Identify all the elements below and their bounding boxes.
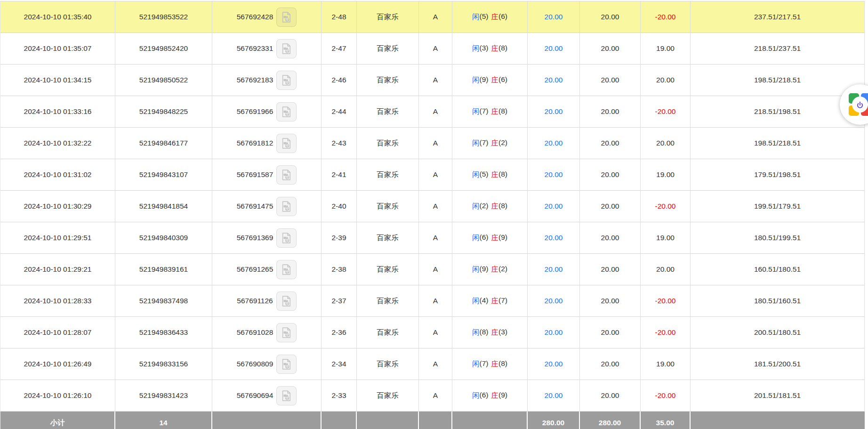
- table-row[interactable]: 2024-10-10 01:28:07 521949836433 5676910…: [0, 317, 865, 348]
- table-label-cell: A: [419, 191, 452, 222]
- bet-amount-cell[interactable]: 20.00: [528, 1, 580, 33]
- bet-amount-cell[interactable]: 20.00: [528, 348, 580, 380]
- table-row[interactable]: 2024-10-10 01:33:16 521949848225 5676919…: [0, 96, 865, 128]
- banker-label: 庄: [491, 391, 499, 401]
- table-row[interactable]: 2024-10-10 01:29:51 521949840309 5676913…: [0, 222, 865, 254]
- round-value: 2-33: [331, 391, 346, 400]
- table-row[interactable]: 2024-10-10 01:26:49 521949833156 5676908…: [0, 348, 865, 380]
- serial-cell: 521949840309: [115, 222, 212, 254]
- valid-amount-cell: 20.00: [580, 285, 641, 317]
- banker-label: 庄: [491, 359, 499, 369]
- table-row[interactable]: 2024-10-10 01:34:15 521949850522 5676921…: [0, 65, 865, 96]
- video-replay-button[interactable]: [276, 323, 297, 342]
- balance-value: 180.51/160.51: [754, 297, 801, 305]
- video-replay-button[interactable]: [276, 355, 297, 374]
- game-value: 百家乐: [377, 233, 399, 243]
- table-row[interactable]: 2024-10-10 01:35:07 521949852420 5676923…: [0, 33, 865, 65]
- video-replay-button[interactable]: [276, 165, 297, 185]
- bet-amount-cell[interactable]: 20.00: [528, 380, 580, 412]
- round-value: 2-38: [331, 265, 346, 274]
- bet-amount-cell[interactable]: 20.00: [528, 254, 580, 285]
- video-file-icon: [280, 169, 293, 181]
- player-score: (7): [480, 107, 489, 117]
- bet-amount-cell[interactable]: 20.00: [528, 33, 580, 65]
- balance-cell: 200.51/180.51: [691, 317, 865, 348]
- result-text: 闲(9)庄(6): [472, 75, 507, 85]
- round-cell: 2-38: [321, 254, 357, 285]
- table-row[interactable]: 2024-10-10 01:28:33 521949837498 5676911…: [0, 285, 865, 317]
- round-value: 2-48: [331, 13, 346, 21]
- video-replay-button[interactable]: [276, 291, 297, 311]
- valid-amount-cell: 20.00: [580, 65, 641, 96]
- video-replay-button[interactable]: [276, 386, 297, 405]
- table-row[interactable]: 2024-10-10 01:29:21 521949839161 5676912…: [0, 254, 865, 285]
- result-cell: 闲(9)庄(6): [452, 65, 528, 96]
- winloss-value: 19.00: [656, 234, 675, 242]
- bet-amount-cell[interactable]: 20.00: [528, 317, 580, 348]
- time-value: 2024-10-10 01:32:22: [24, 139, 92, 147]
- table-row[interactable]: 2024-10-10 01:35:40 521949853522 5676924…: [0, 1, 865, 33]
- bet-amount-cell[interactable]: 20.00: [528, 96, 580, 128]
- bet-amount-cell[interactable]: 20.00: [528, 285, 580, 317]
- video-replay-button[interactable]: [276, 102, 297, 121]
- round-cell: 2-44: [321, 96, 357, 128]
- valid-amount-value: 20.00: [601, 202, 619, 210]
- player-score: (2): [480, 202, 489, 211]
- winloss-value: 19.00: [656, 170, 675, 179]
- round-value: 2-40: [331, 202, 346, 210]
- valid-amount-value: 20.00: [601, 44, 619, 53]
- round-value: 2-41: [331, 170, 346, 179]
- table-label-value: A: [433, 234, 438, 242]
- result-text: 闲(4)庄(7): [472, 296, 507, 306]
- serial-value: 521949833156: [139, 360, 188, 368]
- player-label: 闲: [472, 44, 480, 54]
- bet-amount-value: 20.00: [545, 76, 563, 84]
- time-value: 2024-10-10 01:30:29: [24, 202, 92, 210]
- balance-value: 179.51/198.51: [754, 170, 801, 179]
- game-cell: 百家乐: [357, 380, 419, 412]
- bet-amount-cell[interactable]: 20.00: [528, 191, 580, 222]
- video-replay-button[interactable]: [276, 228, 297, 248]
- bet-amount-cell[interactable]: 20.00: [528, 222, 580, 254]
- time-value: 2024-10-10 01:28:07: [24, 328, 92, 337]
- player-label: 闲: [472, 202, 480, 211]
- round-value: 2-43: [331, 139, 346, 147]
- valid-amount-value: 20.00: [601, 328, 619, 337]
- table-row[interactable]: 2024-10-10 01:32:22 521949846177 5676918…: [0, 128, 865, 159]
- table-row[interactable]: 2024-10-10 01:26:10 521949831423 5676906…: [0, 380, 865, 412]
- serial-cell: 521949843107: [115, 159, 212, 191]
- time-cell: 2024-10-10 01:32:22: [0, 128, 115, 159]
- round-cell: 2-48: [321, 1, 357, 33]
- table-row[interactable]: 2024-10-10 01:30:29 521949841854 5676914…: [0, 191, 865, 222]
- valid-amount-value: 20.00: [601, 13, 619, 21]
- winloss-value: -20.00: [655, 202, 676, 210]
- time-cell: 2024-10-10 01:29:51: [0, 222, 115, 254]
- time-cell: 2024-10-10 01:28:07: [0, 317, 115, 348]
- valid-amount-value: 20.00: [601, 170, 619, 179]
- bet-amount-cell[interactable]: 20.00: [528, 128, 580, 159]
- video-replay-button[interactable]: [276, 71, 297, 90]
- result-cell: 闲(3)庄(8): [452, 33, 528, 65]
- bet-amount-cell[interactable]: 20.00: [528, 65, 580, 96]
- result-text: 闲(7)庄(8): [472, 359, 507, 369]
- time-value: 2024-10-10 01:35:40: [24, 13, 92, 21]
- table-label-cell: A: [419, 96, 452, 128]
- game-value: 百家乐: [377, 107, 399, 117]
- result-cell: 闲(7)庄(8): [452, 96, 528, 128]
- tap-hand-icon: [852, 97, 868, 113]
- subtotal-empty-cell: [452, 412, 528, 429]
- bet-id-value: 567692183: [237, 76, 273, 84]
- serial-cell: 521949837498: [115, 285, 212, 317]
- video-replay-button[interactable]: [276, 134, 297, 153]
- video-replay-button[interactable]: [276, 197, 297, 216]
- bet-amount-cell[interactable]: 20.00: [528, 159, 580, 191]
- table-row[interactable]: 2024-10-10 01:31:02 521949843107 5676915…: [0, 159, 865, 191]
- game-cell: 百家乐: [357, 159, 419, 191]
- table-label-value: A: [433, 202, 438, 210]
- bet-id-value: 567690809: [237, 360, 273, 368]
- video-replay-button[interactable]: [276, 260, 297, 279]
- video-replay-button[interactable]: [276, 8, 297, 27]
- bet-id-cell: 567690694: [212, 380, 321, 412]
- video-file-icon: [280, 389, 293, 402]
- video-replay-button[interactable]: [276, 39, 297, 58]
